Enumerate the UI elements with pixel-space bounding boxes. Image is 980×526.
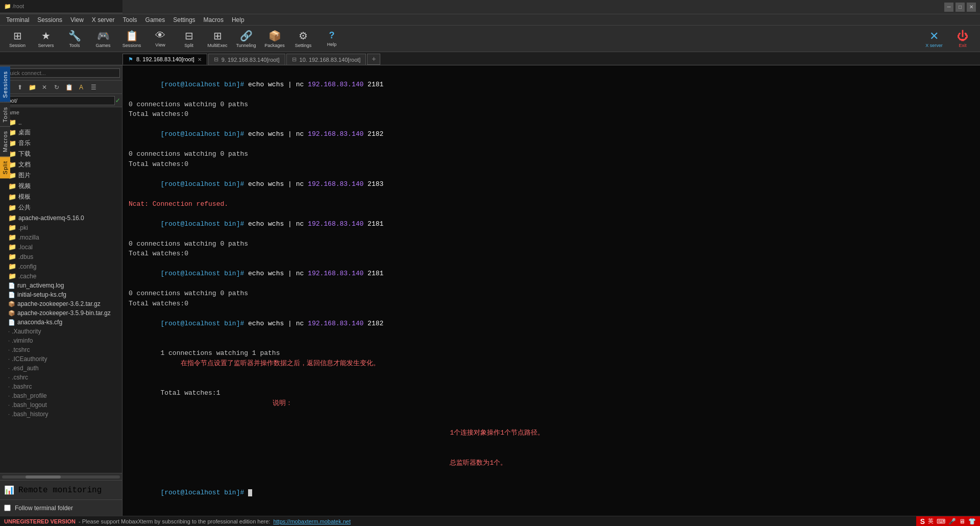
toolbar-view[interactable]: 👁 View [147, 27, 174, 51]
tree-item-bashhistory[interactable]: · .bash_history [0, 410, 122, 419]
tree-item-esdauth[interactable]: · .esd_auth [0, 364, 122, 373]
shirt-icon[interactable]: 👕 [968, 518, 976, 525]
follow-terminal-checkbox[interactable] [4, 505, 11, 511]
side-label-sessions[interactable]: Sessions [0, 66, 10, 102]
tree-item-zk359[interactable]: 📦 apache-zookeeper-3.5.9-bin.tar.gz [0, 308, 122, 318]
maximize-button[interactable]: □ [955, 3, 965, 12]
terminal-line-3: Total watches:0 [129, 109, 974, 119]
toolbar-split[interactable]: ⊟ Split [176, 27, 202, 51]
sidebar-refresh-btn[interactable]: ↻ [51, 82, 62, 92]
tree-item-initialks[interactable]: 📄 initial-setup-ks.cfg [0, 290, 122, 299]
tree-item-local[interactable]: 📁 .local [0, 242, 122, 252]
toolbar-servers[interactable]: ★ Servers [33, 27, 59, 51]
status-link[interactable]: https://mobaxterm.mobatek.net [273, 518, 351, 524]
toolbar-help[interactable]: ? Help [318, 27, 345, 51]
close-button[interactable]: ✕ [967, 3, 976, 12]
mic-icon[interactable]: 🎤 [948, 518, 956, 525]
menu-xserver[interactable]: X server [88, 14, 119, 25]
side-label-split[interactable]: Split [0, 156, 10, 178]
side-label-macros[interactable]: Macros [0, 126, 10, 156]
sidebar-view-btn[interactable]: ☰ [88, 82, 99, 92]
display-icon[interactable]: 🖥 [959, 518, 965, 525]
toolbar-tools[interactable]: 🔧 Tools [61, 27, 88, 51]
toolbar-session-label: Session [9, 43, 26, 48]
tree-item-videos-label: 视频 [18, 182, 31, 190]
menu-view[interactable]: View [66, 14, 88, 25]
tree-item-anacondaks[interactable]: 📄 anaconda-ks.cfg [0, 318, 122, 327]
quick-connect-input[interactable] [2, 68, 120, 78]
multiexec-icon: ⊞ [213, 30, 222, 42]
toolbar-tunneling[interactable]: 🔗 Tunneling [233, 27, 259, 51]
tab-9-label: 9. 192.168.83.140[root] [222, 57, 280, 63]
tree-item-runlog[interactable]: 📄 run_activemq.log [0, 281, 122, 290]
folder-videos-icon: 📁 [8, 182, 16, 190]
folder-templates-icon: 📁 [8, 193, 16, 201]
tree-item-bashrc[interactable]: · .bashrc [0, 382, 122, 391]
tab-8[interactable]: ⚑ 8. 192.168.83.140[root] ✕ [122, 54, 207, 65]
tab-9-icon: ⊟ [214, 56, 218, 63]
sidebar-upload-btn[interactable]: ⬆ [14, 82, 26, 92]
sidebar-delete-btn[interactable]: ✕ [39, 82, 50, 92]
new-tab-button[interactable]: + [367, 54, 380, 65]
tree-item-config[interactable]: 📁 .config [0, 261, 122, 271]
tree-item-iceauth[interactable]: · .ICEauthority [0, 354, 122, 364]
remote-monitoring-button[interactable]: 📊 Remote monitoring [0, 480, 122, 499]
toolbar-exit[interactable]: ⏻ Exit [949, 27, 976, 51]
tab-8-close[interactable]: ✕ [198, 57, 202, 62]
menu-terminal[interactable]: Terminal [2, 14, 33, 25]
keyboard-icon[interactable]: ⌨ [937, 518, 945, 525]
toolbar-multiexec[interactable]: ⊞ MultiExec [204, 27, 231, 51]
menu-help[interactable]: Help [228, 14, 249, 25]
tree-item-pictures[interactable]: 📁 图片 [0, 170, 122, 181]
tree-item-zk362[interactable]: 📦 apache-zookeeper-3.6.2.tar.gz [0, 299, 122, 308]
tree-item-parent[interactable]: 📁 .. [0, 117, 122, 127]
tree-item-cshrc[interactable]: · .cshrc [0, 373, 122, 382]
tree-item-public[interactable]: 📁 公共 [0, 202, 122, 213]
menu-sessions[interactable]: Sessions [33, 14, 66, 25]
tree-item-docs-label: 文档 [18, 160, 31, 169]
toolbar-sessions-label: Sessions [122, 43, 141, 48]
terminal-content[interactable]: [root@localhost bin]# echo wchs | nc 192… [122, 65, 980, 516]
minimize-button[interactable]: ─ [944, 3, 953, 12]
tree-item-tcshrc[interactable]: · .tcshrc [0, 345, 122, 354]
tree-item-docs[interactable]: 📁 文档 [0, 159, 122, 170]
tree-item-templates[interactable]: 📁 模板 [0, 192, 122, 202]
tree-item-activemq[interactable]: 📁 apache-activemq-5.16.0 [0, 213, 122, 223]
tree-item-dbus[interactable]: 📁 .dbus [0, 252, 122, 261]
menu-settings[interactable]: Settings [169, 14, 199, 25]
tree-item-music[interactable]: 📁 音乐 [0, 138, 122, 149]
tree-item-pki-label: .pki [18, 224, 28, 231]
annotation-line4: 总监听器数为1个。 [450, 459, 507, 467]
menu-macros[interactable]: Macros [200, 14, 228, 25]
sidebar-rename-btn[interactable]: A [76, 82, 87, 92]
tree-item-initialks-label: initial-setup-ks.cfg [17, 291, 66, 298]
tab-10[interactable]: ⊟ 10. 192.168.83.140[root] [286, 54, 366, 65]
sidebar-newfolder-btn[interactable]: 📁 [27, 82, 38, 92]
toolbar-session[interactable]: ⊞ Session [4, 27, 31, 51]
toolbar-packages[interactable]: 📦 Packages [261, 27, 288, 51]
tree-item-bashlogout[interactable]: · .bash_logout [0, 400, 122, 410]
tree-item-viminfo[interactable]: · .viminfo [0, 336, 122, 345]
tree-scrollbar[interactable] [0, 473, 122, 480]
path-check-icon[interactable]: ✓ [116, 96, 120, 105]
tree-item-cache[interactable]: 📁 .cache [0, 271, 122, 281]
tree-item-download[interactable]: 📁 下载 [0, 149, 122, 159]
sidebar-copy-btn[interactable]: 📋 [63, 82, 75, 92]
tree-item-pki[interactable]: 📁 .pki [0, 223, 122, 232]
side-label-tools[interactable]: Tools [0, 102, 10, 127]
tree-item-bashprofile[interactable]: · .bash_profile [0, 391, 122, 400]
toolbar-games[interactable]: 🎮 Games [90, 27, 116, 51]
tree-item-desktop[interactable]: 📁 桌面 [0, 127, 122, 138]
menu-tools[interactable]: Tools [119, 14, 141, 25]
toolbar-xserver[interactable]: ✕ X server [921, 27, 947, 51]
tab-9[interactable]: ⊟ 9. 192.168.83.140[root] [208, 54, 285, 65]
xserver-label: X server [925, 43, 943, 48]
tree-item-xauthority[interactable]: · .Xauthority [0, 327, 122, 336]
path-input[interactable] [2, 96, 115, 105]
terminal-line-15: [root@localhost bin]# echo wchs | nc 192… [129, 308, 974, 339]
toolbar-sessions[interactable]: 📋 Sessions [118, 27, 145, 51]
menu-games[interactable]: Games [141, 14, 169, 25]
toolbar-settings[interactable]: ⚙ Settings [290, 27, 316, 51]
tree-item-mozilla[interactable]: 📁 .mozilla [0, 232, 122, 242]
tree-item-videos[interactable]: 📁 视频 [0, 181, 122, 192]
